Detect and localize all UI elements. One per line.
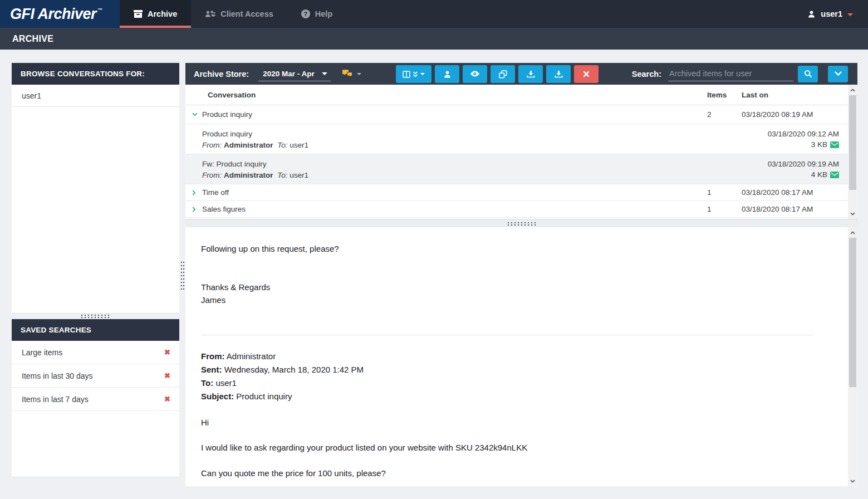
delete-item-button[interactable] <box>574 65 599 83</box>
comments-icon <box>342 70 353 79</box>
envelope-icon <box>830 141 839 148</box>
conversation-row-time-off[interactable]: Time off 1 03/18/2020 08:17 AM <box>185 184 848 201</box>
quoted-sent-label: Sent: <box>201 365 222 374</box>
quoted-body-line: Hi <box>201 418 824 427</box>
tab-help-label: Help <box>315 9 332 18</box>
to-value: user1 <box>290 171 308 179</box>
scroll-up-icon[interactable] <box>848 85 857 95</box>
columns-icon <box>403 71 410 78</box>
search-label: Search: <box>632 70 661 79</box>
quoted-to: To: user1 <box>201 376 824 390</box>
conversation-items-count: 1 <box>703 188 737 197</box>
quoted-from: From: Administrator <box>201 350 824 363</box>
preview-splitter[interactable] <box>185 219 857 227</box>
restore-icon <box>499 70 507 79</box>
sidebar-splitter-handle[interactable] <box>80 314 110 318</box>
column-header-last-on[interactable]: Last on <box>737 91 848 99</box>
saved-search-last-30-days[interactable]: Items in last 30 days ✖ <box>12 364 179 388</box>
preview-scrollbar[interactable] <box>848 227 857 486</box>
search-options-button[interactable] <box>828 66 848 82</box>
conversation-last-on: 03/18/2020 08:17 AM <box>737 188 848 197</box>
user-menu[interactable]: user1 <box>807 0 868 28</box>
double-chevron-down-icon <box>413 71 418 77</box>
delete-saved-search-icon[interactable]: ✖ <box>164 348 170 356</box>
email-preview-pane: Following up on this request, please? Th… <box>185 227 857 486</box>
archive-toolbar: Archive Store: 2020 Mar - Apr <box>185 63 857 85</box>
message-row-product-inquiry[interactable]: Product inquiry From: Administrator To: … <box>185 124 848 154</box>
download-item-button[interactable] <box>518 65 543 83</box>
to-label: To: <box>277 171 287 179</box>
collapse-chevron-icon[interactable] <box>185 112 202 116</box>
quoted-from-label: From: <box>201 351 225 361</box>
saved-search-last-7-days[interactable]: Items in last 7 days ✖ <box>12 388 179 411</box>
expand-chevron-icon[interactable] <box>185 190 202 195</box>
help-icon: ? <box>301 9 310 18</box>
download-icon <box>527 70 535 78</box>
quoted-sent: Sent: Wednesday, March 18, 2020 1:42 PM <box>201 363 824 376</box>
person-icon <box>807 10 816 18</box>
scroll-down-icon[interactable] <box>848 209 857 218</box>
scrollbar-thumb[interactable] <box>849 238 856 387</box>
restore-item-button[interactable] <box>491 65 515 83</box>
page-title: ARCHIVE <box>12 34 53 44</box>
grid-scrollbar[interactable] <box>848 85 857 219</box>
delete-saved-search-icon[interactable]: ✖ <box>164 395 170 403</box>
archive-icon <box>134 10 143 18</box>
message-size: 4 KB <box>811 169 827 180</box>
to-value: user1 <box>290 141 308 149</box>
archive-store-group: Archive Store: 2020 Mar - Apr <box>194 63 361 85</box>
tab-client-access[interactable]: Client Access <box>191 0 287 28</box>
message-subject: Fw: Product inquiry <box>202 159 308 169</box>
chevron-down-icon <box>357 73 361 75</box>
message-from-to: From: Administrator To: user1 <box>202 170 308 180</box>
page-title-bar: ARCHIVE <box>0 28 868 50</box>
message-meta: 03/18/2020 09:19 AM 4 KB <box>768 159 839 184</box>
export-item-button[interactable] <box>546 65 571 83</box>
search-button[interactable] <box>798 66 818 82</box>
delete-saved-search-icon[interactable]: ✖ <box>164 371 170 380</box>
saved-searches-header: SAVED SEARCHES <box>12 319 179 341</box>
column-header-items[interactable]: Items <box>703 91 737 99</box>
quoted-subject-label: Subject: <box>201 392 234 401</box>
scroll-up-icon[interactable] <box>848 228 857 237</box>
sidebar-item-user1[interactable]: user1 <box>12 85 179 107</box>
chevron-down-icon <box>322 72 327 75</box>
quoted-subject: Subject: Product inquiry <box>201 390 824 403</box>
person-icon <box>443 70 452 79</box>
scroll-down-icon[interactable] <box>848 476 857 486</box>
message-row-fw-product-inquiry[interactable]: Fw: Product inquiry From: Administrator … <box>185 154 848 184</box>
saved-search-label: Items in last 30 days <box>22 371 93 380</box>
saved-search-large-items[interactable]: Large items ✖ <box>12 341 179 364</box>
conversation-row-product-inquiry[interactable]: Product inquiry 2 03/18/2020 08:19 AM <box>185 105 848 124</box>
tab-help[interactable]: ? Help <box>287 0 346 28</box>
scrollbar-thumb[interactable] <box>849 95 856 190</box>
user-items-button[interactable] <box>435 65 459 83</box>
archive-store-select[interactable]: 2020 Mar - Apr <box>258 66 331 81</box>
conversation-last-on: 03/18/2020 08:19 AM <box>737 110 848 119</box>
expand-chevron-icon[interactable] <box>185 207 202 212</box>
search-icon <box>804 70 812 78</box>
message-size: 3 KB <box>811 139 827 150</box>
conversation-title: Time off <box>202 188 703 197</box>
conversation-last-on: 03/18/2020 08:17 AM <box>737 205 848 213</box>
view-item-button[interactable] <box>463 65 487 83</box>
quoted-body-line: Can you quote me the price for 100 units… <box>201 468 824 478</box>
column-header-conversation[interactable]: Conversation <box>185 91 703 99</box>
tab-archive[interactable]: Archive <box>120 0 191 28</box>
message-size-row: 3 KB <box>768 139 839 150</box>
quoted-to-label: To: <box>201 378 213 388</box>
from-value: Administrator <box>224 141 273 149</box>
quoted-from-value: Administrator <box>227 351 276 361</box>
tab-client-access-label: Client Access <box>220 9 273 18</box>
conversation-row-sales-figures[interactable]: Sales figures 1 03/18/2020 08:17 AM <box>185 201 848 218</box>
columns-layout-button[interactable] <box>396 65 431 83</box>
conversation-items-count: 2 <box>703 110 737 119</box>
message-date: 03/18/2020 09:12 AM <box>768 129 839 139</box>
vertical-splitter-handle[interactable] <box>180 261 184 291</box>
user-menu-label: user1 <box>821 9 842 18</box>
conversation-view-dropdown[interactable] <box>342 70 361 79</box>
search-input[interactable] <box>668 66 793 81</box>
quoted-message-divider <box>201 335 813 335</box>
preview-splitter-handle[interactable] <box>507 222 537 226</box>
message-info: Fw: Product inquiry From: Administrator … <box>202 159 308 184</box>
